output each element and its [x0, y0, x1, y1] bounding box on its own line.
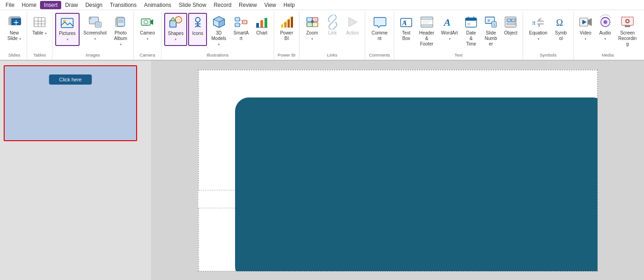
3d-models-icon [212, 15, 226, 29]
images-group-label: Images [55, 51, 131, 59]
menu-draw[interactable]: Draw [61, 1, 81, 9]
cameo-button[interactable]: Cameo ▾ [137, 13, 158, 46]
chart-icon [254, 15, 269, 29]
menu-review[interactable]: Review [235, 1, 260, 9]
screenshot-button[interactable]: Screenshot ▾ [80, 13, 110, 46]
screenshot-label: Screenshot ▾ [83, 30, 108, 41]
new-slide-button[interactable]: NewSlide ▾ [5, 13, 24, 46]
svg-rect-25 [170, 21, 176, 27]
slide-canvas[interactable] [198, 69, 598, 272]
symbol-icon: Ω [553, 15, 568, 29]
svg-point-26 [175, 17, 182, 23]
screen-recording-label: ScreenRecording [618, 30, 637, 47]
svg-rect-90 [625, 25, 630, 27]
video-button[interactable]: Video ▾ [576, 13, 595, 46]
svg-rect-63 [466, 18, 477, 21]
svg-point-24 [144, 20, 148, 24]
canvas-area [152, 61, 644, 280]
powerbi-button[interactable]: PowerBI [277, 13, 296, 46]
wordart-button[interactable]: A WordArt ▾ [438, 13, 461, 46]
screen-recording-button[interactable]: ScreenRecording [615, 13, 639, 46]
svg-point-21 [119, 20, 121, 22]
svg-text:1: 1 [493, 23, 495, 27]
menu-slideshow[interactable]: Slide Show [175, 1, 210, 9]
equation-icon: π x² y [531, 15, 546, 29]
teal-shape [235, 97, 598, 272]
pictures-label: Pictures ▾ [58, 31, 77, 42]
table-button[interactable]: Table ▾ [30, 13, 49, 46]
menu-file[interactable]: File [2, 1, 18, 9]
svg-rect-38 [256, 23, 259, 28]
link-label: Link [328, 30, 337, 36]
svg-rect-44 [288, 19, 290, 28]
comment-button[interactable]: Comment [368, 13, 391, 46]
svg-rect-74 [512, 19, 515, 22]
symbol-label: Symbol [554, 30, 568, 41]
action-icon [345, 15, 360, 29]
svg-rect-57 [421, 17, 433, 19]
menu-record[interactable]: Record [210, 1, 235, 9]
svg-marker-27 [170, 17, 176, 21]
svg-rect-58 [421, 25, 433, 27]
icons-icon [190, 15, 205, 30]
svg-rect-48 [307, 23, 312, 27]
object-icon [503, 15, 518, 29]
menu-home[interactable]: Home [18, 1, 40, 9]
media-group-label: Media [576, 51, 639, 59]
svg-rect-11 [61, 18, 73, 28]
audio-icon [598, 15, 613, 29]
svg-point-16 [90, 18, 91, 19]
svg-marker-52 [349, 17, 357, 27]
photo-album-button[interactable]: PhotoAlbum ▾ [110, 13, 130, 46]
svg-rect-75 [507, 23, 515, 25]
menu-design[interactable]: Design [81, 1, 106, 9]
action-button: Action [343, 13, 362, 46]
slide-number-button[interactable]: # 1 SlideNumber [481, 13, 500, 46]
screenshot-icon [88, 15, 103, 29]
ribbon-group-tables: Table ▾ Tables [27, 12, 52, 60]
smartart-button[interactable]: SmartArt [230, 13, 252, 46]
svg-point-28 [196, 17, 200, 22]
pictures-button[interactable]: Pictures ▾ [55, 13, 80, 46]
object-label: Object [504, 30, 518, 36]
ribbon-group-slides: NewSlide ▾ Slides [2, 12, 27, 60]
main-area: Click here [0, 61, 644, 280]
3d-models-label: 3DModels ▾ [210, 30, 227, 47]
powerbi-group-label: Power BI [277, 51, 296, 59]
date-time-button[interactable]: Date &Time [462, 13, 480, 46]
svg-line-37 [240, 23, 242, 25]
selection-box-bottom [198, 208, 240, 271]
icons-button[interactable]: Icons [188, 13, 207, 46]
svg-text:#: # [488, 18, 490, 23]
illustrations-group-label: Illustrations [164, 51, 271, 59]
zoom-label: Zoom ▾ [305, 30, 320, 41]
header-footer-button[interactable]: Header& Footer [416, 13, 437, 46]
powerbi-label: PowerBI [280, 30, 293, 41]
svg-line-36 [240, 19, 242, 21]
menu-view[interactable]: View [260, 1, 280, 9]
menu-insert[interactable]: Insert [40, 1, 61, 9]
3d-models-button[interactable]: 3DModels ▾ [208, 13, 230, 46]
shapes-button[interactable]: Shapes ▾ [164, 13, 187, 46]
header-footer-icon [420, 15, 434, 29]
new-slide-icon [7, 15, 22, 29]
textbox-label: TextBox [402, 30, 410, 41]
equation-label: Equation ▾ [528, 30, 548, 41]
svg-rect-35 [242, 20, 247, 24]
audio-button[interactable]: Audio ▾ [596, 13, 615, 46]
slide-thumbnail[interactable]: Click here [4, 65, 137, 141]
chart-button[interactable]: Chart [253, 13, 271, 46]
menu-transitions[interactable]: Transitions [106, 1, 140, 9]
textbox-button[interactable]: A TextBox [397, 13, 415, 46]
menu-bar: File Home Insert Draw Design Transitions… [0, 0, 644, 10]
cameo-label: Cameo ▾ [139, 30, 156, 41]
symbol-button[interactable]: Ω Symbol [552, 13, 570, 46]
menu-help[interactable]: Help [280, 1, 299, 9]
date-time-icon [464, 15, 478, 29]
zoom-button[interactable]: Zoom ▾ [302, 13, 322, 46]
object-button[interactable]: Object [501, 13, 520, 46]
menu-animations[interactable]: Animations [140, 1, 175, 9]
equation-button[interactable]: π x² y Equation ▾ [526, 13, 551, 46]
comments-group-label: Comments [368, 51, 391, 59]
svg-rect-49 [312, 23, 318, 27]
